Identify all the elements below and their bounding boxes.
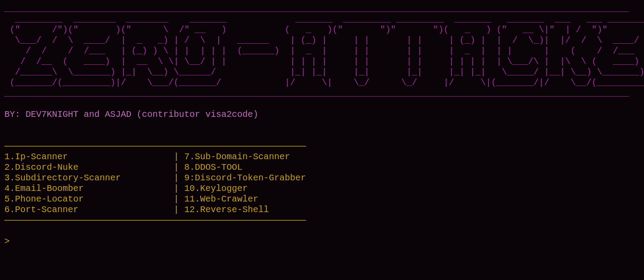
prompt[interactable]: > bbox=[4, 236, 640, 247]
credits: BY: DEV7KNIGHT and ASJAD (contributor vi… bbox=[4, 109, 640, 120]
menu-row-6[interactable]: 6.Port-Scanner | 12.Reverse-Shell bbox=[4, 205, 640, 215]
menu-row-4[interactable]: 4.Email-Boomber | 10.Keylogger bbox=[4, 183, 640, 194]
menu-rule-top: ————————————————————————————————————————… bbox=[4, 141, 640, 152]
ascii-banner: _________ ________ ________ _______ ____… bbox=[4, 14, 640, 88]
banner-bottom-rule: ________________________________________… bbox=[4, 88, 640, 99]
menu-row-3[interactable]: 3.Subdirectory-Scanner | 9:Discord-Token… bbox=[4, 173, 640, 183]
banner-top-rule: ________________________________________… bbox=[4, 4, 640, 14]
menu-row-1[interactable]: 1.Ip-Scanner | 7.Sub-Domain-Scanner bbox=[4, 152, 640, 162]
menu-row-5[interactable]: 5.Phone-Locator | 11.Web-Crawler bbox=[4, 194, 640, 205]
menu-row-2[interactable]: 2.Discord-Nuke | 8.DDOS-TOOL bbox=[4, 162, 640, 173]
menu-rule-bottom: ————————————————————————————————————————… bbox=[4, 215, 640, 226]
